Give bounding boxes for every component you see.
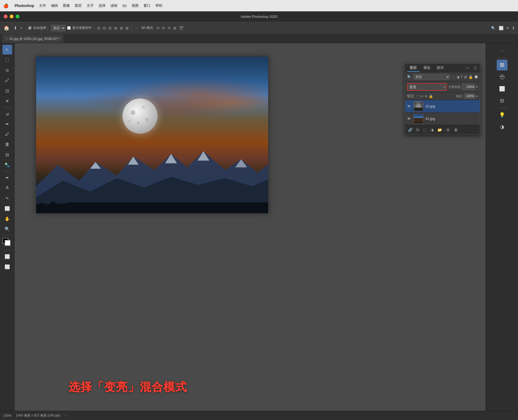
type-filter-icon[interactable]: T xyxy=(461,75,463,79)
toolbar-more[interactable]: ··· xyxy=(134,25,140,31)
link-layers-icon[interactable]: 🔗 xyxy=(407,127,413,133)
auto-select-checkbox[interactable] xyxy=(28,26,32,30)
align-top-icon[interactable]: ⊞ xyxy=(113,25,118,31)
align-right-icon[interactable]: ⊟ xyxy=(108,25,113,31)
menu-text[interactable]: 文字 xyxy=(87,3,94,8)
filter-type-select[interactable]: 类型 xyxy=(413,74,450,80)
move-tool-arrow[interactable]: ▾ xyxy=(19,25,23,31)
tab-close-btn[interactable]: ✕ xyxy=(5,37,8,40)
smart-filter-icon[interactable]: 🔒 xyxy=(468,75,473,79)
path-select-btn[interactable]: ↖ xyxy=(2,193,12,203)
lock-all-icon[interactable]: 🔒 xyxy=(429,94,433,98)
info-arrow[interactable]: › xyxy=(64,414,66,418)
maximize-button[interactable] xyxy=(16,15,19,18)
text-tool-btn[interactable]: A xyxy=(2,183,12,193)
document-tab[interactable]: ✕ 02.jpg @ 100% (02.jpg, RGB/16*) * xyxy=(2,35,64,43)
eraser-tool-btn[interactable]: 🗑 xyxy=(2,140,12,149)
panel-menu-icon[interactable]: ☰ xyxy=(473,66,478,70)
fx-icon[interactable]: fx xyxy=(415,127,420,133)
menu-3d[interactable]: 3D xyxy=(122,4,127,8)
quick-select-btn[interactable]: 🖊 xyxy=(2,76,12,85)
layer-item-01[interactable]: 👁 01.jpg xyxy=(405,113,480,125)
3d-icon-4[interactable]: ⊞ xyxy=(172,25,177,31)
fill-arrow[interactable]: ▾ xyxy=(476,94,478,98)
properties-panel-icon[interactable]: ⊟ xyxy=(497,95,507,106)
style-icon[interactable]: ◑ xyxy=(497,121,507,132)
menu-view[interactable]: 视图 xyxy=(132,3,139,8)
transform-checkbox[interactable] xyxy=(67,26,71,30)
layout-arrow-icon[interactable]: ▾ xyxy=(506,25,509,31)
align-bottom-icon[interactable]: ⊞ xyxy=(125,25,130,31)
channels-tab[interactable]: 通道 xyxy=(421,64,433,72)
dodge-tool-btn[interactable]: 🔦 xyxy=(2,160,12,170)
align-center-h-icon[interactable]: ⊟ xyxy=(102,25,107,31)
adjustments-panel-icon[interactable]: ⬜ xyxy=(497,83,507,94)
align-middle-icon[interactable]: ⊞ xyxy=(119,25,124,31)
shape-tool-btn[interactable]: ⬜ xyxy=(2,204,12,213)
menu-select[interactable]: 选择 xyxy=(98,3,105,8)
brush-tool-btn[interactable]: ✒ xyxy=(2,119,12,129)
heal-tool-btn[interactable]: ⊿ xyxy=(2,109,12,118)
apple-menu[interactable]: 🍎 xyxy=(3,3,9,8)
lock-pixels-icon[interactable]: ⬚ xyxy=(416,94,420,98)
channels-panel-icon[interactable] xyxy=(497,72,507,82)
layer-01-visibility[interactable]: 👁 xyxy=(407,117,411,121)
menu-layer[interactable]: 图层 xyxy=(75,3,82,8)
auto-select-dropdown[interactable]: 图层 xyxy=(51,25,66,31)
search-icon[interactable]: 🔍 xyxy=(490,25,496,31)
layer-item-02[interactable]: 👁 02.jpg xyxy=(405,100,480,113)
lasso-tool-btn[interactable]: ⊙ xyxy=(2,65,12,75)
quick-mask-btn[interactable]: ⬜ xyxy=(2,252,12,261)
align-left-icon[interactable]: ⊟ xyxy=(96,25,101,31)
3d-icon-5[interactable]: 🎬 xyxy=(178,25,184,31)
menu-filter[interactable]: 滤镜 xyxy=(110,3,117,8)
move-tool-btn[interactable]: ↖ xyxy=(2,45,12,55)
blend-mode-select[interactable]: 变亮 xyxy=(407,83,447,91)
minimize-button[interactable] xyxy=(10,15,13,18)
hand-tool-btn[interactable]: ✋ xyxy=(2,214,12,223)
screen-mode-btn[interactable]: ⬜ xyxy=(2,262,12,272)
close-button[interactable] xyxy=(4,15,8,18)
opacity-arrow[interactable]: ▾ xyxy=(476,85,478,89)
filter-toggle[interactable] xyxy=(475,75,478,79)
lock-position-icon[interactable]: ✏ xyxy=(421,94,424,98)
gradient-tool-btn[interactable]: ⊟ xyxy=(2,150,12,160)
canvas-image[interactable] xyxy=(36,57,268,213)
add-mask-icon[interactable]: ⬚ xyxy=(422,127,427,133)
clone-tool-btn[interactable]: 🖊 xyxy=(2,129,12,139)
new-adjustment-icon[interactable]: ◑ xyxy=(430,127,434,133)
menu-help[interactable]: 帮助 xyxy=(155,3,162,8)
eyedropper-btn[interactable]: ✕ xyxy=(2,96,12,106)
fill-input[interactable] xyxy=(464,93,475,99)
delete-layer-icon[interactable]: 🗑 xyxy=(453,127,459,133)
3d-icon-3[interactable]: ✛ xyxy=(167,25,172,31)
zoom-tool-btn[interactable]: 🔍 xyxy=(2,224,12,234)
layer-02-visibility[interactable]: 👁 xyxy=(407,104,411,109)
layers-panel-icon[interactable] xyxy=(497,60,507,70)
layout-icon[interactable]: ⬜ xyxy=(498,25,504,31)
background-color[interactable] xyxy=(5,240,11,246)
3d-icon-2[interactable]: ⟳ xyxy=(161,25,166,31)
lock-artboard-icon[interactable]: ✛ xyxy=(425,94,428,98)
pixel-filter-icon[interactable]: ⬚ xyxy=(452,75,455,79)
new-layer-icon[interactable]: ➕ xyxy=(445,127,451,133)
menu-edit[interactable]: 编辑 xyxy=(51,3,58,8)
menu-window[interactable]: 窗口 xyxy=(144,3,151,8)
opacity-input[interactable] xyxy=(462,84,475,90)
share-icon[interactable]: ⬆ xyxy=(511,25,516,31)
move-tool[interactable]: ⬆ xyxy=(12,25,19,32)
menu-file[interactable]: 文件 xyxy=(39,3,46,8)
3d-icon-1[interactable]: ⟲ xyxy=(155,25,160,31)
light-bulb-icon[interactable]: 💡 xyxy=(497,110,507,120)
app-name[interactable]: Photoshop xyxy=(15,4,34,8)
layers-tab[interactable]: 图层 xyxy=(407,64,420,72)
shape-filter-icon[interactable]: ⊞ xyxy=(464,75,467,79)
crop-tool-btn[interactable]: ⊡ xyxy=(2,86,12,96)
new-group-icon[interactable]: 📁 xyxy=(437,127,443,133)
home-button[interactable]: 🏠 xyxy=(2,24,11,32)
menu-image[interactable]: 图像 xyxy=(63,3,70,8)
pen-tool-btn[interactable]: ✒ xyxy=(2,173,12,182)
paths-tab[interactable]: 路径 xyxy=(434,64,447,72)
adjustment-filter-icon[interactable]: ◑ xyxy=(456,75,459,79)
selection-tool-btn[interactable]: ⬚ xyxy=(2,55,12,65)
